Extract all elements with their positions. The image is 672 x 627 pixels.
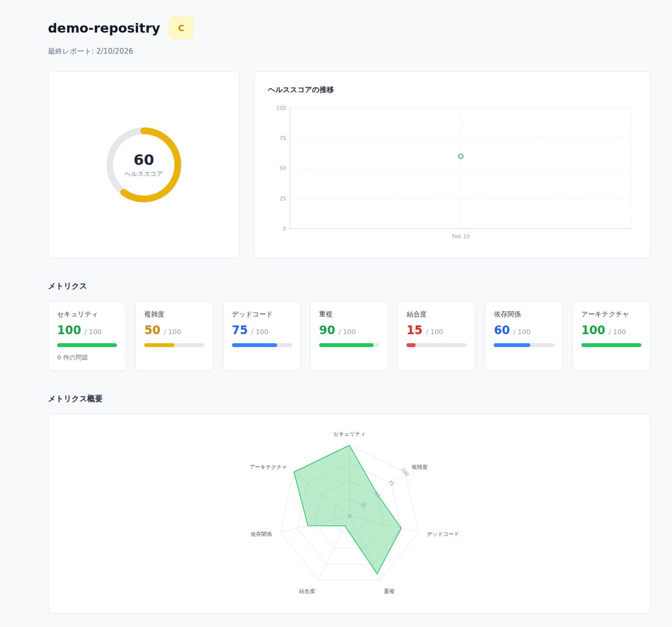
metrics-overview-card: セキュリティ複雑度デッドコード重複結合度依存関係アーキテクチャ025507510… [48, 414, 650, 614]
metric-progress-fill [581, 343, 641, 347]
metric-score: 50 [144, 324, 160, 337]
svg-text:Feb 10: Feb 10 [452, 233, 470, 240]
radar-data-polygon [294, 445, 401, 574]
metric-score: 100 [581, 324, 605, 337]
health-trend-card: ヘルススコアの推移 0255075100Feb 10 [254, 71, 650, 258]
metric-card-duplication: 重複 90 / 100 [310, 301, 388, 371]
metric-label: デッドコード [232, 310, 292, 319]
svg-text:依存関係: 依存関係 [250, 531, 272, 537]
health-score-value: 60 [133, 151, 154, 168]
metric-value: 75 / 100 [232, 324, 292, 337]
metric-value: 15 / 100 [406, 324, 466, 337]
metric-denominator: / 100 [609, 328, 626, 336]
metric-label: セキュリティ [57, 310, 117, 319]
metrics-row: セキュリティ 100 / 100 0 件の問題 複雑度 50 / 100 デッド… [48, 301, 650, 371]
metric-label: 重複 [319, 310, 379, 319]
last-report-date: 最終レポート: 2/10/2026 [48, 47, 650, 56]
metric-card-dead-code: デッドコード 75 / 100 [223, 301, 301, 371]
svg-text:セキュリティ: セキュリティ [333, 431, 366, 437]
metric-score: 15 [406, 324, 422, 337]
health-trend-chart: 0255075100Feb 10 [268, 101, 637, 245]
metric-note: 0 件の問題 [57, 353, 117, 362]
metric-value: 50 / 100 [144, 324, 204, 337]
metric-progress-track [232, 343, 292, 347]
metric-denominator: / 100 [84, 328, 102, 336]
metric-score: 60 [494, 324, 510, 337]
metric-denominator: / 100 [338, 328, 356, 336]
metric-label: 結合度 [406, 310, 466, 319]
svg-text:75: 75 [387, 479, 395, 487]
metric-card-architecture: アーキテクチャ 100 / 100 [572, 301, 650, 371]
trend-data-point [459, 154, 463, 158]
svg-text:25: 25 [279, 196, 286, 202]
metric-value: 100 / 100 [57, 324, 117, 337]
metric-label: 依存関係 [494, 310, 554, 319]
dashboard-page: demo-repositry C 最終レポート: 2/10/2026 60 ヘル… [0, 0, 672, 627]
metric-progress-track [57, 343, 117, 347]
metrics-section-title: メトリクス [48, 281, 650, 291]
metric-progress-track [319, 343, 379, 347]
metric-progress-fill [57, 343, 117, 347]
svg-text:0: 0 [283, 226, 286, 232]
health-score-card: 60 ヘルススコア [48, 71, 240, 258]
metric-card-complexity: 複雑度 50 / 100 [135, 301, 213, 371]
metric-progress-fill [406, 343, 416, 347]
metric-value: 60 / 100 [494, 324, 554, 337]
metric-progress-fill [319, 343, 373, 347]
svg-text:アーキテクチャ: アーキテクチャ [249, 464, 287, 470]
repo-title-row: demo-repositry C [48, 16, 650, 39]
svg-text:50: 50 [279, 165, 286, 172]
health-score-label: ヘルススコア [125, 170, 163, 178]
svg-text:重複: 重複 [384, 588, 394, 594]
metric-denominator: / 100 [426, 328, 443, 336]
metric-denominator: / 100 [251, 328, 268, 336]
metric-progress-fill [144, 343, 174, 347]
metric-value: 100 / 100 [581, 324, 641, 337]
metric-progress-track [494, 343, 554, 347]
metric-card-coupling: 結合度 15 / 100 [397, 301, 475, 371]
health-score-gauge: 60 ヘルススコア [103, 124, 185, 206]
metric-card-dependencies: 依存関係 60 / 100 [485, 301, 563, 371]
svg-text:75: 75 [279, 135, 286, 141]
metric-progress-track [144, 343, 204, 347]
metric-value: 90 / 100 [319, 324, 379, 337]
metric-progress-track [581, 343, 641, 347]
metric-score: 90 [319, 324, 335, 337]
trend-chart-title: ヘルススコアの推移 [268, 85, 637, 94]
metric-label: アーキテクチャ [581, 310, 641, 319]
metric-score: 100 [57, 324, 81, 337]
health-score-gauge-center: 60 ヘルススコア [103, 124, 185, 206]
top-summary-row: 60 ヘルススコア ヘルススコアの推移 0255075100Feb 10 [48, 71, 650, 258]
overview-section-title: メトリクス概要 [48, 394, 650, 404]
repo-title: demo-repositry [48, 21, 160, 35]
svg-text:複雑度: 複雑度 [411, 464, 427, 470]
metric-card-security: セキュリティ 100 / 100 0 件の問題 [48, 301, 126, 371]
metric-denominator: / 100 [513, 328, 531, 336]
metrics-radar-chart: セキュリティ複雑度デッドコード重複結合度依存関係アーキテクチャ025507510… [134, 418, 565, 610]
svg-text:100: 100 [400, 466, 410, 477]
repo-header: demo-repositry C 最終レポート: 2/10/2026 [48, 16, 650, 56]
metric-label: 複雑度 [144, 310, 204, 319]
metric-progress-track [406, 343, 466, 347]
svg-text:結合度: 結合度 [298, 588, 314, 594]
metric-progress-fill [232, 343, 277, 347]
metric-denominator: / 100 [164, 328, 181, 336]
metric-progress-fill [494, 343, 530, 347]
svg-text:100: 100 [276, 105, 286, 111]
svg-text:デッドコード: デッドコード [427, 531, 459, 537]
metric-score: 75 [232, 324, 248, 337]
grade-badge: C [169, 16, 194, 39]
